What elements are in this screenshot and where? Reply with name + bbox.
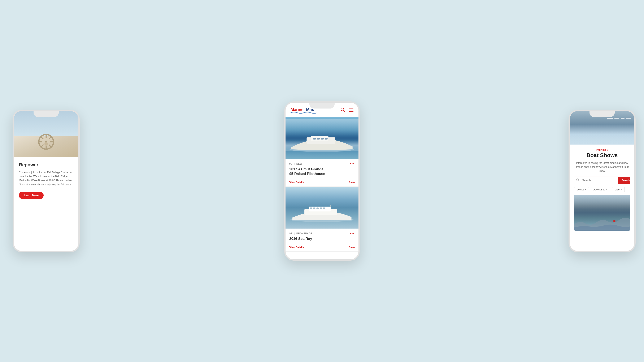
glacier-svg (574, 216, 630, 231)
events-label: EVENTS > (574, 149, 630, 151)
phone-notch-left (34, 111, 59, 117)
listing-size-1: 95' (289, 163, 292, 165)
search-input[interactable] (581, 177, 618, 184)
save-button-1[interactable]: Save (349, 181, 355, 184)
listing-actions-2: View Details Save (289, 244, 355, 249)
svg-rect-26 (310, 207, 312, 209)
listing-type-2: BROKERAGE (296, 232, 312, 235)
center-phone: Marine Max (284, 101, 360, 261)
listing-title-2: 2016 Sea Ray (289, 237, 355, 241)
search-button[interactable]: Search (618, 177, 630, 184)
svg-rect-28 (316, 207, 319, 209)
date-filter-label: Date (615, 188, 620, 191)
listing-type-1: NEW (296, 163, 302, 165)
yacht-svg-1 (289, 135, 355, 153)
svg-rect-27 (313, 207, 315, 209)
listing-meta-2: 95' | BROKERAGE ••• (289, 232, 355, 235)
listing-more-icon-2[interactable]: ••• (350, 232, 355, 235)
left-phone-title: Repower (19, 162, 73, 168)
svg-line-32 (578, 181, 579, 181)
svg-point-1 (45, 141, 48, 143)
svg-line-8 (49, 137, 51, 139)
steering-wheel-icon (38, 133, 54, 150)
search-bar: Search (574, 177, 630, 184)
svg-rect-30 (323, 207, 325, 209)
listing-image-2 (286, 187, 358, 229)
svg-rect-23 (309, 207, 330, 211)
svg-line-13 (344, 110, 345, 112)
learn-more-button[interactable]: Learn More (19, 192, 44, 199)
boats-row (607, 118, 631, 119)
svg-rect-29 (320, 207, 322, 209)
right-phone: EVENTS > Boat Shows Interested in seeing… (568, 110, 636, 252)
events-filter[interactable]: Events ▼ (574, 187, 589, 192)
events-chevron-icon: ▼ (585, 189, 586, 190)
phone-notch-right (590, 111, 615, 117)
left-phone-content: Repower Come and join us for our Fall Fo… (14, 157, 78, 251)
svg-rect-19 (321, 138, 324, 139)
search-bar-icon (574, 177, 581, 184)
listing-size-2: 95' (289, 232, 292, 235)
listing-title-1: 2017 Azimut Grande 95 Raised Pilothouse (289, 167, 355, 176)
save-button-2[interactable]: Save (349, 246, 355, 249)
search-icon[interactable] (340, 107, 345, 113)
filter-row: Events ▼ Adventures ▼ Date ▼ (574, 187, 630, 192)
svg-line-6 (41, 137, 43, 139)
svg-line-9 (41, 145, 43, 147)
listing-info-1: 95' | NEW ••• 2017 Azimut Grande 95 Rais… (286, 159, 358, 186)
svg-rect-17 (313, 138, 316, 139)
hamburger-menu-icon[interactable] (349, 108, 354, 112)
left-phone-hero-image (14, 111, 78, 157)
left-phone-description: Come and join us for our Fall Foliage Cr… (19, 171, 73, 187)
svg-line-7 (49, 145, 51, 147)
svg-text:Marine: Marine (290, 107, 304, 112)
phone-notch-center (310, 103, 334, 108)
adventures-chevron-icon: ▼ (606, 189, 608, 190)
adventures-filter[interactable]: Adventures ▼ (591, 187, 610, 192)
right-phone-content: EVENTS > Boat Shows Interested in seeing… (570, 145, 634, 234)
events-filter-label: Events (577, 188, 584, 191)
listing-image-1 (286, 117, 358, 159)
listing-info-2: 95' | BROKERAGE ••• 2016 Sea Ray View De… (286, 229, 358, 251)
listing-item-2: 95' | BROKERAGE ••• 2016 Sea Ray View De… (286, 187, 358, 252)
yacht-svg-2 (289, 205, 355, 223)
svg-rect-18 (317, 138, 320, 139)
header-icons (340, 107, 354, 113)
left-phone: Repower Come and join us for our Fall Fo… (12, 110, 80, 252)
listing-item-1: 95' | NEW ••• 2017 Azimut Grande 95 Rais… (286, 117, 358, 187)
listing-actions-1: View Details Save (289, 179, 355, 184)
listing-meta-left-1: 95' | NEW (289, 163, 302, 165)
listing-more-icon-1[interactable]: ••• (350, 162, 355, 166)
boat-wheel-scene (14, 111, 78, 157)
view-details-button-2[interactable]: View Details (289, 246, 304, 249)
adventures-filter-label: Adventures (594, 188, 605, 191)
main-scene: Repower Come and join us for our Fall Fo… (0, 0, 644, 362)
listings-scroll[interactable]: 95' | NEW ••• 2017 Azimut Grande 95 Rais… (286, 117, 358, 259)
date-chevron-icon: ▼ (620, 189, 622, 190)
boat-shows-description: Interested in seeing the latest models a… (574, 161, 630, 173)
adventure-image (574, 195, 630, 231)
date-filter[interactable]: Date ▼ (612, 187, 625, 192)
svg-rect-20 (325, 138, 328, 139)
boat-shows-title: Boat Shows (574, 152, 630, 159)
view-details-button-1[interactable]: View Details (289, 181, 304, 184)
listing-meta-left-2: 95' | BROKERAGE (289, 232, 312, 235)
listing-meta-1: 95' | NEW ••• (289, 162, 355, 166)
